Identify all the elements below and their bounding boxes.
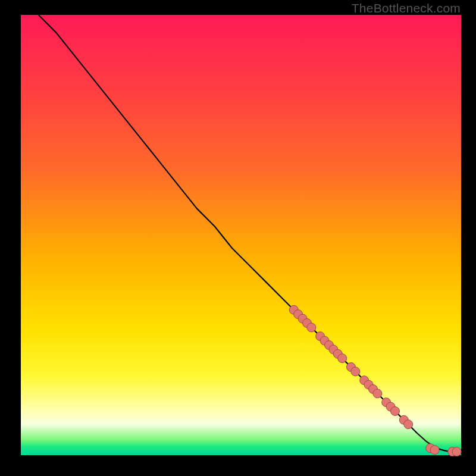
data-marker xyxy=(391,407,400,416)
data-marker xyxy=(338,354,347,363)
data-marker xyxy=(404,420,413,429)
marker-group xyxy=(289,305,461,456)
data-marker xyxy=(373,389,382,398)
curve-line xyxy=(39,15,457,452)
data-marker xyxy=(307,323,316,332)
watermark-text: TheBottleneck.com xyxy=(352,1,461,15)
plot-area xyxy=(21,15,461,455)
data-marker xyxy=(430,446,439,455)
data-marker xyxy=(452,447,461,456)
chart-overlay xyxy=(21,15,461,455)
data-marker xyxy=(351,367,360,376)
frame: TheBottleneck.com xyxy=(0,0,476,476)
